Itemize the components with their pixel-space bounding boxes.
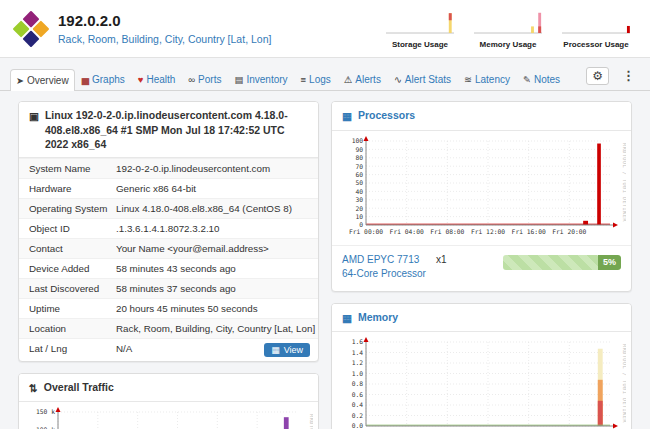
row-label: Object ID	[19, 218, 116, 238]
tab-label: Graphs	[92, 74, 125, 85]
device-titles: 192.0.2.0 Rack, Room, Building, City, Co…	[58, 12, 271, 45]
row-label: Last Discovered	[19, 278, 116, 298]
tab-graphs[interactable]: ▅Graphs	[76, 68, 131, 90]
svg-text:Fri 12:00: Fri 12:00	[471, 227, 505, 234]
svg-text:20: 20	[355, 204, 363, 211]
row-label: Device Added	[19, 258, 116, 278]
usage-mini-graphs: Storage UsageMemory UsageProcessor Usage	[384, 9, 636, 49]
tab-ports[interactable]: ∞Ports	[182, 68, 227, 90]
table-row: Lat / LngN/A▦View	[19, 338, 318, 361]
row-value: Rack, Room, Building, City, Country [Lat…	[116, 318, 318, 338]
tab-list: ➤Overview▅Graphs♥Health∞Ports▤Inventory≡…	[10, 68, 566, 90]
mini-graph-label: Storage Usage	[392, 40, 448, 49]
clipboard-icon: ▤	[234, 75, 243, 85]
mini-graph-storage-usage[interactable]: Storage Usage	[384, 9, 456, 49]
row-label: Hardware	[19, 178, 116, 198]
tab-label: Latency	[475, 74, 510, 85]
cpu-usage-bar: 5%	[503, 255, 621, 270]
memory-graph[interactable]: 1.61.41.21.00.80.60.40.20.0Fri 00:00Fri …	[332, 332, 631, 429]
tab-label: Ports	[198, 74, 221, 85]
row-value: .1.3.6.1.4.1.8072.3.2.10	[116, 218, 318, 238]
tab-overview[interactable]: ➤Overview	[10, 69, 75, 91]
svg-text:70: 70	[355, 162, 363, 169]
processors-graph[interactable]: 1009080706050403020100Fri 00:00Fri 04:00…	[332, 131, 631, 245]
table-row: System Name192-0-2-0.ip.linodeuserconten…	[19, 158, 318, 178]
row-label: Contact	[19, 238, 116, 258]
svg-text:Fri 20:00: Fri 20:00	[552, 227, 586, 234]
tab-latency[interactable]: ≋Latency	[458, 68, 516, 90]
left-column: ▣ Linux 192-0-2-0.ip.linodeusercontent.c…	[18, 101, 319, 429]
tab-health[interactable]: ♥Health	[132, 68, 182, 90]
settings-button[interactable]: ⚙	[586, 67, 609, 85]
kebab-icon: ⋮	[622, 68, 635, 83]
traffic-card: ⇅ Overall Traffic 150 k100 k50 k0RRDTOOL…	[18, 373, 319, 429]
system-attributes-table: System Name192-0-2-0.ip.linodeuserconten…	[19, 158, 318, 361]
cpu-row: AMD EPYC 7713 64-Core Processor x1 5%	[332, 245, 631, 291]
more-menu-button[interactable]: ⋮	[617, 67, 640, 85]
svg-text:RRDTOOL / TOBI OETIKER: RRDTOOL / TOBI OETIKER	[622, 344, 626, 423]
tab-inventory[interactable]: ▤Inventory	[228, 68, 293, 90]
memory-card-header: ▦ Memory	[332, 304, 631, 332]
traffic-card-title: Overall Traffic	[44, 380, 114, 394]
view-location-button[interactable]: ▦View	[264, 343, 310, 357]
row-value-text: .1.3.6.1.4.1.8072.3.2.10	[116, 223, 220, 234]
svg-text:0.6: 0.6	[352, 391, 364, 398]
svg-text:60: 60	[355, 170, 363, 177]
traffic-icon: ⇅	[29, 381, 38, 395]
gear-icon: ⚙	[592, 69, 603, 83]
row-value: 58 minutes 37 seconds ago	[116, 278, 318, 298]
tab-notes[interactable]: ✎Notes	[517, 68, 566, 90]
device-location-link[interactable]: Rack, Room, Building, City, Country [Lat…	[58, 33, 271, 45]
mini-sparkline	[560, 9, 632, 39]
table-row: HardwareGeneric x86 64-bit	[19, 178, 318, 198]
system-description: Linux 192-0-2-0.ip.linodeusercontent.com…	[45, 108, 308, 151]
system-card-header: ▣ Linux 192-0-2-0.ip.linodeusercontent.c…	[19, 102, 318, 158]
tab-alert-stats[interactable]: ∿Alert Stats	[388, 68, 457, 90]
area-chart-icon: ▅	[82, 75, 89, 85]
svg-text:1.6: 1.6	[352, 338, 364, 345]
right-column: ▦ Processors 1009080706050403020100Fri 0…	[331, 101, 632, 429]
tab-logs[interactable]: ≡Logs	[295, 68, 337, 90]
tab-label: Inventory	[246, 74, 287, 85]
row-value-text: Generic x86 64-bit	[116, 183, 196, 194]
location-icon: ➤	[16, 76, 24, 86]
svg-text:1.4: 1.4	[352, 349, 364, 356]
row-label: System Name	[19, 158, 116, 178]
svg-text:Fri 04:00: Fri 04:00	[390, 227, 424, 234]
tab-label: Notes	[534, 74, 560, 85]
cpu-count: x1	[436, 254, 447, 265]
memory-card: ▦ Memory 1.61.41.21.00.80.60.40.20.0Fri …	[331, 303, 632, 429]
traffic-card-header: ⇅ Overall Traffic	[19, 374, 318, 402]
device-overview-page: 192.0.2.0 Rack, Room, Building, City, Co…	[0, 0, 650, 429]
row-value: 192-0-2-0.ip.linodeusercontent.com	[116, 158, 318, 178]
table-row: Uptime20 hours 45 minutes 50 seconds	[19, 298, 318, 318]
device-header: 192.0.2.0 Rack, Room, Building, City, Co…	[0, 0, 650, 58]
row-value: 20 hours 45 minutes 50 seconds	[116, 298, 318, 318]
row-value: 58 minutes 43 seconds ago	[116, 258, 318, 278]
overall-traffic-graph[interactable]: 150 k100 k50 k0RRDTOOL / TOBI OETIKER	[19, 402, 318, 429]
row-value: N/A▦View	[116, 338, 318, 361]
svg-text:150 k: 150 k	[36, 408, 55, 415]
row-value-text: Linux 4.18.0-408.el8.x86_64 (CentOS 8)	[116, 203, 292, 214]
mini-graph-processor-usage[interactable]: Processor Usage	[560, 9, 632, 49]
svg-text:1.0: 1.0	[352, 370, 364, 377]
processors-card: ▦ Processors 1009080706050403020100Fri 0…	[331, 101, 632, 291]
svg-text:0.8: 0.8	[352, 380, 364, 387]
row-value-text: 192-0-2-0.ip.linodeusercontent.com	[116, 163, 270, 174]
svg-text:10: 10	[355, 212, 363, 219]
tab-alerts[interactable]: ⚠Alerts	[338, 68, 387, 90]
mini-graph-memory-usage[interactable]: Memory Usage	[472, 9, 544, 49]
cpu-link[interactable]: AMD EPYC 7713 64-Core Processor	[342, 253, 426, 282]
row-label: Operating System	[19, 198, 116, 218]
table-row: Operating SystemLinux 4.18.0-408.el8.x86…	[19, 198, 318, 218]
table-row: Last Discovered58 minutes 37 seconds ago	[19, 278, 318, 298]
svg-text:0.2: 0.2	[352, 412, 364, 419]
row-value-text: 20 hours 45 minutes 50 seconds	[116, 303, 258, 314]
svg-text:40: 40	[355, 187, 363, 194]
svg-text:Fri 08:00: Fri 08:00	[430, 227, 464, 234]
tab-label: Alert Stats	[405, 74, 451, 85]
svg-text:30: 30	[355, 196, 363, 203]
alert-icon: ⚠	[344, 75, 353, 85]
cpu-subtitle: 64-Core Processor	[342, 268, 426, 279]
svg-text:Fri 16:00: Fri 16:00	[512, 227, 546, 234]
